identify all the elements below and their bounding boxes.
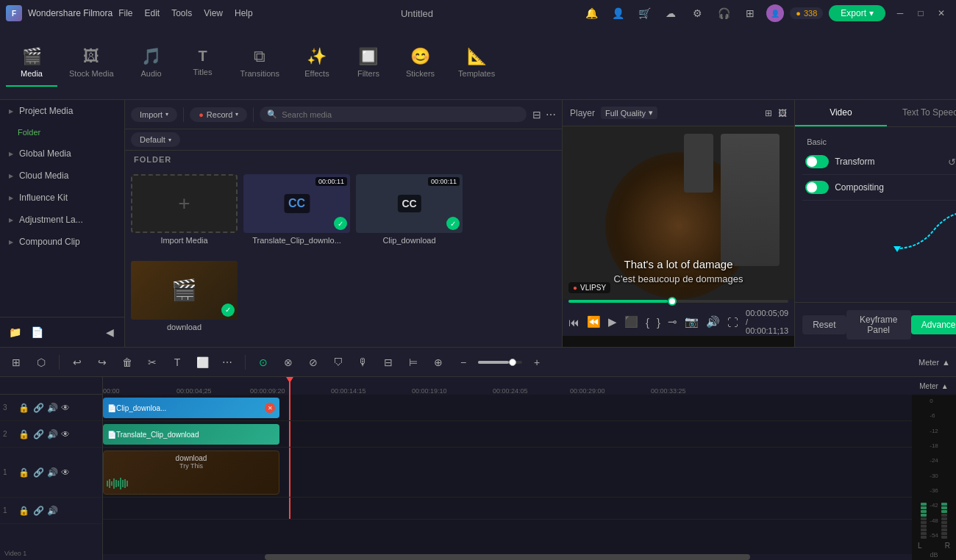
shield-icon[interactable]: ⛉ — [328, 352, 349, 373]
progress-bar[interactable] — [568, 300, 788, 303]
stop-icon[interactable]: ⬛ — [624, 315, 638, 329]
track-lock-icon-3[interactable]: 🔒 — [18, 403, 29, 413]
track-eye-icon-3[interactable]: 👁 — [61, 403, 70, 413]
mic-icon[interactable]: 🎙 — [353, 352, 374, 373]
reset-button[interactable]: Reset — [802, 315, 846, 334]
clip-track2[interactable]: 📄 Translate_Clip_download — [103, 424, 279, 445]
minus-zoom-icon[interactable]: − — [453, 352, 474, 373]
track-link-icon-3[interactable]: 🔗 — [32, 403, 44, 413]
account-icon[interactable]: 👤 — [607, 3, 628, 24]
close-button[interactable]: ✕ — [932, 4, 950, 22]
sidebar-item-project-media[interactable]: ▶ Project Media — [0, 100, 124, 122]
track-link-icon-a[interactable]: 🔗 — [32, 506, 44, 516]
filter-icon[interactable]: ⊟ — [532, 109, 541, 121]
tab-text-to-speech[interactable]: Text To Speech — [887, 100, 956, 126]
menu-tools[interactable]: Tools — [171, 8, 192, 18]
tab-transitions[interactable]: ⧉ Transitions — [229, 40, 291, 87]
play-button[interactable]: ▶ — [608, 315, 617, 329]
translate-clip-thumb[interactable]: 00:00:11 CC ✓ — [243, 174, 350, 233]
sidebar-item-global-media[interactable]: ▶ Global Media — [0, 143, 124, 165]
track-audio-icon-2[interactable]: 🔊 — [47, 429, 58, 439]
keyframe-panel-button[interactable]: Keyframe Panel — [846, 310, 911, 340]
list-item[interactable]: 00:00:11 CC ✓ Clip_download — [356, 174, 463, 255]
record-button[interactable]: ● Record ▾ — [190, 107, 247, 122]
audio-icon[interactable]: 🔊 — [706, 315, 720, 329]
menu-edit[interactable]: Edit — [145, 8, 160, 18]
scrollbar-thumb[interactable] — [265, 554, 750, 560]
track-eye-icon-2[interactable]: 👁 — [61, 429, 70, 439]
magnet-icon[interactable]: ⊗ — [278, 352, 299, 373]
timeline-grid-icon[interactable]: ⊞ — [6, 352, 26, 373]
more-options-icon[interactable]: ⋯ — [546, 109, 556, 121]
maximize-button[interactable]: □ — [912, 4, 930, 22]
clip-track3[interactable]: 📄 Clip_downloa... ✕ — [103, 398, 279, 418]
timeline-scrollbar[interactable] — [103, 554, 912, 560]
tab-stock-media[interactable]: 🖼 Stock Media — [57, 40, 126, 87]
cloud-icon[interactable]: ☁ — [660, 3, 681, 24]
minimize-button[interactable]: ─ — [891, 4, 909, 22]
sidebar-item-folder[interactable]: Folder — [0, 122, 124, 143]
menu-view[interactable]: View — [204, 8, 223, 18]
collapse-panel-icon[interactable]: ◀ — [101, 323, 118, 341]
playhead[interactable] — [289, 377, 290, 395]
zoom-knob[interactable] — [509, 359, 516, 366]
track-link-icon-2[interactable]: 🔗 — [32, 429, 44, 439]
clip-download-thumb[interactable]: 00:00:11 CC ✓ — [356, 174, 463, 233]
text-button[interactable]: T — [167, 352, 188, 373]
import-thumb[interactable]: + — [131, 174, 238, 233]
mark-icon[interactable]: ⊸ — [668, 315, 677, 329]
default-view-button[interactable]: Default ▾ — [131, 132, 180, 147]
transform-reset-icon[interactable]: ↺ — [948, 157, 956, 168]
color-icon[interactable]: ⊕ — [428, 352, 449, 373]
track-eye-icon-1[interactable]: 👁 — [61, 467, 70, 478]
tab-media[interactable]: 🎬 Media — [6, 40, 57, 87]
notifications-icon[interactable]: 🔔 — [581, 3, 602, 24]
go-start-icon[interactable]: ⏮ — [568, 316, 579, 329]
menu-help[interactable]: Help — [235, 8, 253, 18]
track-lock-icon-1[interactable]: 🔒 — [18, 467, 29, 478]
download-thumb[interactable]: 00:00:30 🎬 ✓ — [131, 261, 238, 320]
screenshot-icon[interactable]: 🖼 — [778, 108, 787, 118]
track-lock-icon-a[interactable]: 🔒 — [18, 506, 29, 516]
track-audio-icon-1[interactable]: 🔊 — [47, 467, 58, 478]
headphone-icon[interactable]: 🎧 — [713, 3, 734, 24]
export-button[interactable]: Export ▾ — [829, 5, 885, 21]
in-point-icon[interactable]: { — [646, 316, 649, 329]
clip-video[interactable]: download Try This — [103, 450, 279, 495]
list-item[interactable]: 00:00:11 CC ✓ Translate_Clip_downlo... — [243, 174, 350, 255]
progress-knob[interactable] — [668, 297, 677, 306]
sidebar-item-influence-kit[interactable]: ▶ Influence Kit — [0, 187, 124, 209]
menu-file[interactable]: File — [118, 8, 132, 18]
apps-icon[interactable]: ⊞ — [740, 3, 760, 24]
tab-effects[interactable]: ✨ Effects — [291, 40, 343, 87]
meter-collapse-icon[interactable]: ▲ — [941, 382, 949, 390]
delete-button[interactable]: 🗑 — [117, 352, 138, 373]
track-audio-icon-a[interactable]: 🔊 — [47, 506, 58, 516]
tab-titles[interactable]: T Titles — [177, 40, 229, 85]
list-item[interactable]: + Import Media — [131, 174, 238, 255]
avatar[interactable]: 👤 — [766, 4, 784, 22]
arrange-icon[interactable]: ⊟ — [378, 352, 399, 373]
tab-video[interactable]: Video — [795, 100, 887, 126]
store-icon[interactable]: 🛒 — [634, 3, 654, 24]
import-button[interactable]: Import ▾ — [131, 107, 177, 122]
fullscreen-icon[interactable]: ⛶ — [727, 316, 738, 329]
tab-audio[interactable]: 🎵 Audio — [126, 40, 177, 87]
more-button[interactable]: ⋯ — [217, 352, 238, 373]
grid-view-icon[interactable]: ⊞ — [765, 108, 772, 118]
snapshot-icon[interactable]: 📷 — [685, 315, 699, 329]
split-icon[interactable]: ⊨ — [403, 352, 424, 373]
ripple-icon[interactable]: ⊘ — [303, 352, 324, 373]
plus-zoom-icon[interactable]: + — [527, 352, 547, 373]
snap-icon[interactable]: ⊙ — [253, 352, 274, 373]
tab-filters[interactable]: 🔲 Filters — [343, 40, 394, 87]
track-audio-icon-3[interactable]: 🔊 — [47, 403, 58, 413]
new-folder-icon[interactable]: 📁 — [6, 323, 24, 341]
quality-select[interactable]: Full Quality ▾ — [601, 107, 657, 119]
track-lock-icon-2[interactable]: 🔒 — [18, 429, 29, 439]
tab-templates[interactable]: 📐 Templates — [446, 40, 507, 87]
prev-frame-icon[interactable]: ⏪ — [587, 315, 601, 329]
add-media-icon[interactable]: 📄 — [28, 323, 46, 341]
timeline-select-icon[interactable]: ⬡ — [31, 352, 51, 373]
transform-toggle[interactable] — [805, 155, 829, 168]
